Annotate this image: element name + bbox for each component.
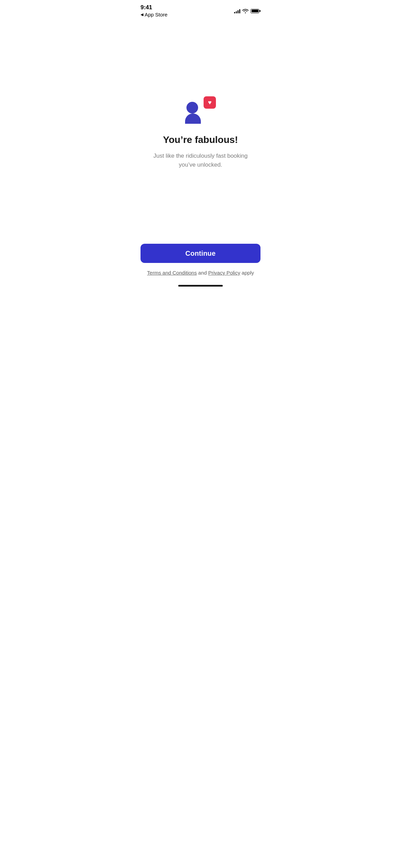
person-head bbox=[186, 102, 198, 113]
bottom-area: Continue Terms and Conditions and Privac… bbox=[134, 244, 267, 289]
battery-icon bbox=[251, 9, 260, 13]
status-bar: 9:41 App Store bbox=[134, 0, 267, 17]
status-left: 9:41 App Store bbox=[141, 4, 168, 17]
wifi-icon bbox=[242, 9, 248, 13]
footer-legal: Terms and Conditions and Privacy Policy … bbox=[147, 270, 254, 276]
page-subtitle: Just like the ridiculously fast booking … bbox=[149, 152, 252, 169]
apply-text: apply bbox=[240, 270, 254, 276]
person-body bbox=[185, 113, 201, 124]
signal-bar-1 bbox=[234, 12, 235, 13]
signal-bar-2 bbox=[236, 11, 237, 13]
status-time: 9:41 bbox=[141, 4, 168, 11]
main-content: ♥ You’re fabulous! Just like the ridicul… bbox=[134, 17, 267, 248]
illustration: ♥ bbox=[185, 96, 216, 124]
and-text: and bbox=[197, 270, 208, 276]
heart-icon: ♥ bbox=[208, 99, 212, 106]
continue-button[interactable]: Continue bbox=[141, 244, 260, 263]
page-title: You’re fabulous! bbox=[163, 134, 238, 146]
signal-bar-3 bbox=[238, 10, 239, 13]
home-indicator bbox=[178, 285, 223, 287]
status-right bbox=[234, 9, 260, 13]
signal-icon bbox=[234, 9, 240, 13]
terms-link[interactable]: Terms and Conditions bbox=[147, 270, 197, 276]
privacy-link[interactable]: Privacy Policy bbox=[208, 270, 240, 276]
person-icon bbox=[185, 102, 201, 124]
heart-badge: ♥ bbox=[204, 96, 216, 109]
app-store-back-button[interactable]: App Store bbox=[141, 12, 168, 17]
signal-bar-4 bbox=[239, 9, 240, 13]
